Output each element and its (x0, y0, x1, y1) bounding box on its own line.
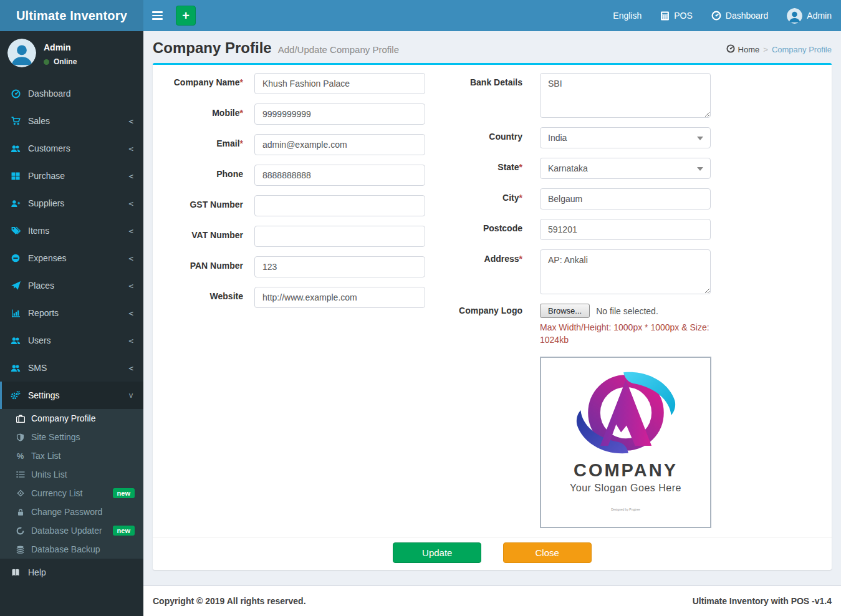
field-label: Country (453, 127, 522, 148)
sidebar-item-label: Site Settings (31, 432, 80, 442)
field-label: State* (453, 158, 522, 179)
close-button[interactable]: Close (503, 542, 592, 563)
sidebar-item-label: Places (28, 281, 54, 291)
form-row-mobile: Mobile* (162, 103, 425, 125)
sidebar-item-label: Company Profile (31, 413, 96, 423)
company-logo-image (565, 367, 687, 461)
hamburger-icon (152, 11, 163, 13)
mobile-input[interactable] (254, 103, 425, 125)
sidebar-item-currency-list[interactable]: Currency List new (0, 484, 143, 503)
sidebar-item-database-backup[interactable]: Database Backup (0, 540, 143, 559)
user-plus-icon (10, 200, 21, 208)
vat-number-input[interactable] (254, 226, 425, 247)
sidebar-item-site-settings[interactable]: Site Settings (0, 428, 143, 446)
sidebar-item-sales[interactable]: Sales < (0, 107, 143, 135)
country-select[interactable]: India (540, 127, 711, 148)
sidebar-item-help[interactable]: Help (0, 559, 143, 586)
field-label: Bank Details (453, 73, 522, 118)
shield-icon (15, 433, 26, 441)
quick-add-button[interactable]: + (176, 6, 196, 26)
update-button[interactable]: Update (393, 542, 481, 563)
address-textarea[interactable]: AP: Ankali (540, 249, 711, 294)
form-row-email: Email* (162, 134, 425, 155)
chevron-left-icon: < (128, 254, 133, 263)
sidebar-item-tax-list[interactable]: % Tax List (0, 446, 143, 465)
nav-user-menu[interactable]: Admin (777, 0, 841, 31)
form-row-city: City* (453, 188, 722, 209)
field-label: VAT Number (162, 226, 243, 247)
field-label: Postcode (453, 219, 522, 240)
logo-size-note: Max Width/Height: 1000px * 1000px & Size… (540, 321, 722, 346)
sidebar-item-expenses[interactable]: Expenses < (0, 244, 143, 272)
form-row-bank-details: Bank Details SBI (453, 73, 722, 118)
sidebar-item-items[interactable]: Items < (0, 217, 143, 244)
breadcrumb-home-link[interactable]: Home (726, 44, 760, 55)
city-input[interactable] (540, 188, 711, 209)
sidebar-item-purchase[interactable]: Purchase < (0, 162, 143, 190)
field-label: Company Name* (162, 73, 243, 94)
postcode-input[interactable] (540, 219, 711, 240)
phone-input[interactable] (254, 165, 425, 186)
breadcrumb-home-label: Home (738, 45, 760, 54)
chevron-left-icon: < (128, 171, 133, 181)
nav-language-label: English (613, 11, 642, 21)
nav-dashboard[interactable]: Dashboard (702, 0, 778, 31)
chevron-down-icon: < (127, 393, 136, 398)
minus-circle-icon (10, 254, 21, 262)
field-label: Company Logo (453, 304, 522, 528)
nav-language[interactable]: English (603, 0, 651, 31)
sidebar-item-dashboard[interactable]: Dashboard (0, 80, 143, 107)
sidebar-item-suppliers[interactable]: Suppliers < (0, 190, 143, 217)
database-icon (15, 546, 26, 554)
sidebar-item-reports[interactable]: Reports < (0, 299, 143, 327)
nav-user-label: Admin (807, 11, 832, 21)
sidebar-item-customers[interactable]: Customers < (0, 135, 143, 162)
briefcase-icon (15, 415, 26, 423)
page-title: Company Profile (153, 39, 272, 57)
nav-dashboard-label: Dashboard (726, 11, 769, 21)
required-star: * (240, 138, 243, 148)
field-label: PAN Number (162, 256, 243, 277)
sidebar-item-units-list[interactable]: Units List (0, 465, 143, 484)
chevron-left-icon: < (128, 144, 133, 153)
sidebar-item-label: Database Updater (31, 526, 102, 536)
sidebar-item-settings[interactable]: Settings < (0, 382, 143, 409)
sidebar-item-users[interactable]: Users < (0, 327, 143, 354)
chevron-left-icon: < (128, 199, 133, 208)
sidebar-item-company-profile[interactable]: Company Profile (0, 409, 143, 428)
sidebar-item-database-updater[interactable]: Database Updater new (0, 521, 143, 540)
sidebar-item-label: Purchase (28, 171, 65, 181)
nav-pos[interactable]: POS (651, 0, 702, 31)
sidebar-item-label: Sales (28, 116, 50, 126)
users-icon (10, 364, 21, 372)
browse-button[interactable]: Browse... (540, 304, 590, 318)
company-name-input[interactable] (254, 73, 425, 94)
sidebar-toggle-button[interactable] (143, 0, 171, 31)
app-logo[interactable]: Ultimate Inventory (0, 0, 143, 31)
sidebar-menu: Dashboard Sales < Customers < Purchase <… (0, 80, 143, 409)
website-input[interactable] (254, 287, 425, 308)
bank-details-textarea[interactable]: SBI (540, 73, 711, 118)
sidebar-item-places[interactable]: Places < (0, 272, 143, 299)
sidebar-item-change-password[interactable]: Change Password (0, 503, 143, 521)
user-status: Online (44, 57, 77, 66)
sidebar-item-sms[interactable]: SMS < (0, 354, 143, 382)
sidebar-item-label: Dashboard (28, 89, 71, 99)
email-input[interactable] (254, 134, 425, 155)
bar-chart-icon (10, 309, 21, 317)
circle-icon (15, 527, 26, 535)
chevron-left-icon: < (128, 281, 133, 291)
state-select[interactable]: Karnataka (540, 158, 711, 179)
chevron-left-icon: < (128, 363, 133, 373)
gst-number-input[interactable] (254, 195, 425, 216)
version-text: Ultimate Inventory with POS -v1.4 (693, 596, 832, 606)
page-subtitle: Add/Update Company Profile (278, 44, 399, 55)
sidebar-item-label: Tax List (31, 451, 60, 461)
user-name: Admin (44, 42, 77, 52)
new-badge: new (113, 526, 135, 536)
field-label: Website (162, 287, 243, 308)
field-label: Mobile* (162, 103, 243, 125)
pan-number-input[interactable] (254, 256, 425, 277)
form-right-column: Bank Details SBI Country India State* Ka… (453, 73, 722, 528)
breadcrumb: Home > Company Profile (726, 44, 832, 55)
